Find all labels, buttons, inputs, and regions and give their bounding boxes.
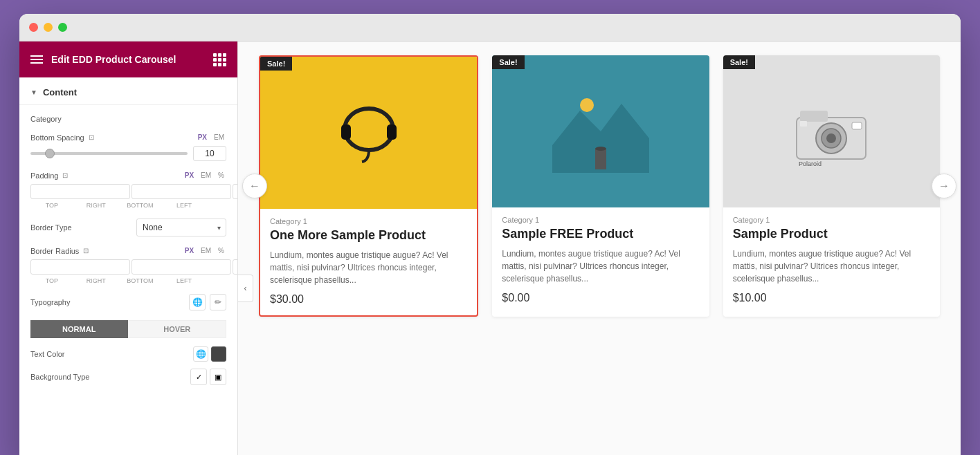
br-px-btn[interactable]: PX [183,246,196,255]
svg-point-7 [595,147,606,151]
product-image-lake [492,55,709,207]
border-type-select[interactable]: None Solid Dashed Dotted [136,219,226,236]
br-left-label: LEFT [163,277,206,284]
panel-title: Edit EDD Product Carousel [51,54,205,65]
product-image-wrapper-3: Polaroid Sale! [723,55,940,207]
sale-badge-1: Sale! [260,57,292,71]
maximize-button[interactable] [58,23,67,32]
padding-unit-buttons: PX EM % [183,171,226,180]
padding-inputs: 🔗 [30,184,226,199]
titlebar [19,14,961,41]
padding-em-btn[interactable]: EM [199,171,213,180]
svg-rect-2 [387,124,397,140]
background-type-label: Background Type [30,373,185,381]
br-right-label: RIGHT [75,277,118,284]
br-top-input[interactable] [30,259,130,275]
left-panel: Edit EDD Product Carousel ▼ Content Cate… [19,41,238,455]
category-label: Category [30,115,226,123]
border-radius-inputs: 🔗 [30,259,226,275]
svg-point-12 [826,133,836,143]
product-image-wrapper-1: Sale! [260,57,477,209]
unit-buttons: PX EM [196,133,226,142]
right-label: RIGHT [75,202,118,209]
br-labels: TOP RIGHT BOTTOM LEFT [30,277,226,284]
bg-type-square-btn[interactable]: ▣ [210,369,226,385]
screen-icon: ⊡ [89,133,94,141]
hover-tab[interactable]: HOVER [128,320,227,338]
normal-tab[interactable]: NORMAL [30,320,128,338]
carousel-arrow-left[interactable]: ← [242,174,267,198]
sale-badge-3: Sale! [723,55,755,69]
chevron-icon: ▼ [30,89,37,96]
typography-controls: 🌐 ✏ [189,294,226,310]
typography-label: Typography [30,298,183,306]
border-radius-inputs-row: 🔗 TOP RIGHT BOTTOM LEFT [30,259,226,284]
br-bottom-input[interactable] [233,259,238,275]
br-em-btn[interactable]: EM [199,246,213,255]
carousel-arrow-right[interactable]: → [932,174,956,198]
carousel-area: ← Sale! [238,41,961,331]
padding-labels: TOP RIGHT BOTTOM LEFT [30,202,226,209]
padding-inputs-row: 🔗 TOP RIGHT BOTTOM LEFT [30,184,226,209]
svg-rect-9 [800,111,828,122]
padding-field: Padding ⊡ PX EM % [30,171,226,209]
border-radius-screen-icon: ⊡ [83,247,89,254]
typography-globe-btn[interactable]: 🌐 [189,294,206,310]
typography-field: Typography 🌐 ✏ [30,294,226,310]
text-color-globe-btn[interactable]: 🌐 [193,346,208,362]
product-desc-3: Lundium, montes augue tristique augue? A… [733,248,930,285]
br-right-input[interactable] [131,259,231,275]
panel-header: Edit EDD Product Carousel [19,41,237,77]
product-card-2[interactable]: Sale! Category 1 Sample FREE Product Lun… [492,55,709,317]
close-button[interactable] [29,23,38,32]
hamburger-icon[interactable] [30,55,43,64]
padding-right-input[interactable] [131,184,231,199]
typography-edit-btn[interactable]: ✏ [210,294,226,310]
product-info-1: Category 1 One More Sample Product Lundi… [260,209,477,315]
text-color-swatch[interactable] [211,346,226,362]
padding-px-btn[interactable]: PX [183,171,196,180]
padding-bottom-input[interactable] [233,184,238,199]
section-title: Content [43,87,77,98]
grid-icon[interactable] [213,53,226,66]
padding-pct-btn[interactable]: % [216,171,226,180]
product-desc-1: Lundium, montes augue tristique augue? A… [270,249,467,286]
section-header[interactable]: ▼ Content [19,77,237,105]
svg-rect-1 [341,124,351,140]
collapse-handle[interactable]: ‹ [238,275,253,302]
px-unit-btn[interactable]: PX [196,133,209,142]
border-type-field: Border Type None Solid Dashed Dotted ▾ [30,219,226,236]
border-type-select-wrapper: None Solid Dashed Dotted ▾ [136,219,226,236]
product-card-1[interactable]: Sale! Category 1 One More Sample Product… [259,55,478,317]
bottom-spacing-input[interactable] [193,146,226,161]
product-info-2: Category 1 Sample FREE Product Lundium, … [492,207,709,314]
normal-hover-tabs: NORMAL HOVER [30,320,226,338]
top-label: TOP [30,202,73,209]
product-card-3[interactable]: Polaroid Sale! Category 1 Sample Product… [723,55,940,317]
category-field: Category [30,115,226,123]
br-pct-btn[interactable]: % [216,246,226,255]
bg-type-controls: ✓ ▣ [190,369,226,385]
slider-row [30,146,226,161]
padding-screen-icon: ⊡ [62,171,68,179]
border-radius-label-row: Border Radius ⊡ PX EM % [30,246,226,255]
svg-rect-6 [595,149,606,169]
bg-type-check-btn[interactable]: ✓ [190,369,207,385]
svg-point-5 [580,98,594,112]
text-color-label: Text Color [30,350,188,358]
left-label: LEFT [163,202,206,209]
padding-top-input[interactable] [30,184,130,199]
em-unit-btn[interactable]: EM [212,133,226,142]
product-price-2: $0.00 [502,292,699,304]
typography-row: Typography 🌐 ✏ [30,294,226,310]
product-info-3: Category 1 Sample Product Lundium, monte… [723,207,940,314]
border-type-row: Border Type None Solid Dashed Dotted ▾ [30,219,226,236]
app-container: Edit EDD Product Carousel ▼ Content Cate… [19,41,961,455]
border-type-label: Border Type [30,223,131,232]
bottom-spacing-slider[interactable] [30,152,188,155]
br-top-label: TOP [30,277,73,284]
background-type-row: Background Type ✓ ▣ [30,369,226,385]
br-bottom-label: BOTTOM [119,277,162,284]
minimize-button[interactable] [44,23,53,32]
right-panel: ← Sale! [238,41,961,455]
